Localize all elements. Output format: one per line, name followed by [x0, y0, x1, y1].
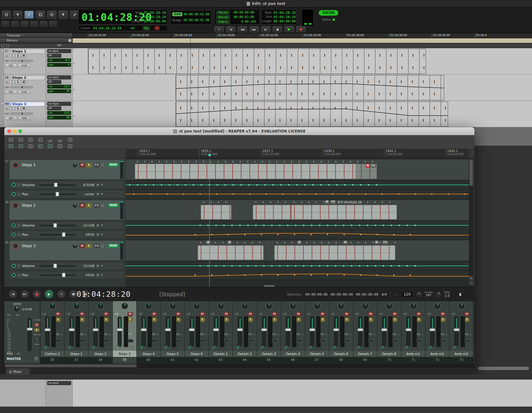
mixer-strip[interactable]: -inf M S FX Details 5 67	[305, 301, 329, 364]
pt-audio-clip-group[interactable]	[88, 49, 426, 74]
fx-bypass-icon[interactable]	[349, 334, 351, 335]
mixer-fader-cap[interactable]	[69, 328, 74, 331]
mixer-solo-button[interactable]: S	[176, 318, 181, 322]
rp-track-panel[interactable]: Steps 3 M S FX READ	[9, 240, 124, 261]
mixer-mute-button[interactable]: M	[416, 312, 421, 316]
mixer-strip[interactable]: -inf M S FX Amb m3 73	[450, 301, 474, 364]
rp-solo-button[interactable]: S	[86, 203, 92, 208]
mixer-strip[interactable]: -inf M S FX Details 3 65	[257, 301, 281, 364]
fx-bypass-icon[interactable]	[253, 334, 255, 335]
rp-solo-button[interactable]: S	[86, 244, 92, 248]
pt-track-header[interactable]: 57 Steps 1 I S M pan dyn	[0, 48, 46, 74]
mixer-pan-knob[interactable]	[434, 303, 441, 309]
rp-record-arm-button[interactable]	[13, 162, 18, 168]
rp-pan-knob[interactable]	[72, 163, 78, 168]
volume-envelope[interactable]	[126, 262, 469, 270]
mixer-mute-button[interactable]: M	[104, 312, 109, 316]
pan-envelope[interactable]	[126, 271, 469, 279]
mixer-fader[interactable]	[238, 316, 242, 347]
rp-fx-enable-toggle[interactable]	[101, 245, 104, 247]
envelope-arm-icon[interactable]	[12, 264, 16, 268]
rp-volume-value[interactable]: -8.50dB	[77, 183, 94, 187]
mixer-route-button[interactable]	[441, 339, 446, 342]
grid-toggle-button[interactable]	[27, 143, 34, 149]
pt-end-value[interactable]: 01:04:28:20	[144, 15, 166, 19]
pt-grid-value[interactable]: 00:00:00:01.00	[184, 13, 209, 16]
pt-output-selector[interactable]: HP	[47, 80, 61, 84]
pt-automation-mode-selector[interactable]: read	[18, 63, 30, 67]
mixer-fx-button[interactable]: FX	[176, 333, 180, 336]
mixer-solo-button[interactable]: S	[152, 318, 157, 322]
scrollbar-thumb[interactable]	[5, 364, 137, 367]
rp-fx-enable-toggle[interactable]	[101, 164, 104, 166]
mixer-track-name[interactable]: Details 8	[377, 351, 401, 357]
pt-timecode-ruler[interactable]: Timecode ▾ 01:04:24:0001:04:26:0001:04:2…	[0, 33, 532, 38]
mixer-solo-button[interactable]: S	[127, 318, 133, 322]
take-mute-button[interactable]: M	[297, 241, 302, 244]
envelope-indicator-icon[interactable]	[356, 346, 361, 349]
fx-bypass-icon[interactable]	[397, 334, 399, 335]
chevron-down-icon[interactable]: ▼	[101, 274, 103, 276]
mixer-strip[interactable]: -inf M S FX Steps 4 60	[137, 301, 161, 364]
mixer-fader[interactable]	[358, 316, 362, 347]
gear-icon[interactable]: ⚙	[96, 224, 99, 228]
envelope-arm-icon[interactable]	[12, 273, 16, 277]
mixer-fader[interactable]	[214, 316, 218, 347]
rp-pan-value[interactable]: 49%R	[77, 233, 94, 236]
mixer-fader-cap[interactable]	[333, 328, 339, 331]
pt-playhead-marker[interactable]	[189, 34, 192, 37]
fx-bypass-icon[interactable]	[325, 334, 327, 335]
envelope-indicator-icon[interactable]	[43, 346, 48, 349]
pt-rewind-button[interactable]: ◀◀	[238, 26, 247, 33]
mixer-fx-button[interactable]: FX	[80, 333, 83, 336]
add-marker-button[interactable]: +	[68, 39, 72, 42]
master-pan-knob[interactable]	[13, 306, 20, 312]
mixer-fx-button[interactable]: FX	[417, 333, 420, 336]
rp-volume-slider[interactable]	[39, 264, 75, 268]
master-gain-value[interactable]: 0.00dB	[22, 308, 32, 311]
pt-loop-button[interactable]: ↻	[215, 26, 224, 33]
gear-icon[interactable]: ⚙	[96, 264, 99, 268]
pt-preroll-value[interactable]: 00:00:00:00	[234, 11, 254, 14]
scrollbar-thumb[interactable]	[469, 159, 473, 186]
pt-track-name[interactable]: Steps 1	[11, 49, 45, 54]
rp-pan-slider[interactable]	[39, 232, 75, 237]
zoom-tool-button[interactable]	[2, 11, 11, 19]
rp-fx-button[interactable]: FX	[94, 203, 100, 208]
io-matrix-icon[interactable]	[419, 346, 423, 349]
transport-time-display[interactable]: 01:04:28:20	[77, 290, 131, 299]
mixer-fader[interactable]	[382, 316, 386, 347]
mixer-solo-button[interactable]: S	[200, 318, 205, 322]
pt-pan-slider[interactable]	[10, 113, 33, 115]
mixer-mute-button[interactable]: M	[79, 312, 85, 316]
take-knob-row[interactable]	[252, 200, 292, 204]
mixer-fader-cap[interactable]	[358, 328, 363, 331]
mixer-track-name[interactable]: Steps 4	[137, 351, 161, 357]
repeat-button[interactable]: ↻	[57, 290, 66, 298]
ripple-edit-button[interactable]	[17, 143, 25, 149]
mixer-track-name[interactable]: Details 1	[209, 351, 233, 357]
mixer-fader-cap[interactable]	[430, 328, 435, 331]
mixer-route-button[interactable]	[465, 339, 470, 342]
mixer-track-number[interactable]: 71	[401, 357, 425, 364]
mixer-fader-cap[interactable]	[406, 328, 411, 331]
mixer-mute-button[interactable]: M	[296, 312, 301, 316]
pt-volume-readout[interactable]: vol-10.0	[47, 111, 71, 115]
scrubber-tool-button[interactable]	[47, 11, 56, 19]
take-mute-button[interactable]: M	[325, 200, 329, 204]
envelope-points[interactable]	[196, 221, 420, 229]
take-fx-button[interactable]: FX	[382, 241, 388, 244]
mixer-pan-knob[interactable]	[362, 303, 369, 309]
rp-pan-knob[interactable]	[72, 243, 78, 249]
mixer-solo-button[interactable]: S	[248, 318, 253, 322]
pt-mute-button[interactable]: M	[21, 54, 26, 58]
zoom-toggle-button[interactable]	[2, 21, 9, 26]
rate-slider-thumb[interactable]	[459, 293, 461, 296]
pt-dyn-selector[interactable]: dyn	[5, 63, 17, 67]
io-matrix-icon[interactable]	[298, 346, 302, 349]
mixer-track-name[interactable]: Clothes 2	[40, 351, 64, 357]
pt-range-end-value[interactable]: 01:04:28:20	[273, 15, 296, 19]
go-to-start-button[interactable]: |◀	[9, 290, 17, 298]
trim-tool-button[interactable]	[13, 11, 22, 19]
io-matrix-icon[interactable]	[106, 346, 110, 349]
